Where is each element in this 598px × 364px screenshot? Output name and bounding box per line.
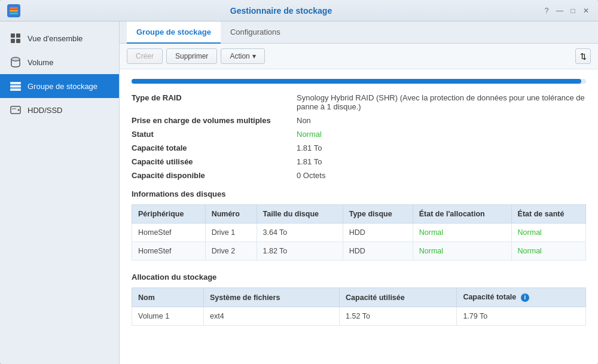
storage-icon <box>10 80 22 92</box>
col-number: Numéro <box>205 205 257 224</box>
sidebar-label-volume: Volume <box>28 58 53 67</box>
svg-rect-4 <box>16 33 20 38</box>
sidebar-item-volume[interactable]: Volume <box>0 50 119 74</box>
cell-health-state: Normal <box>511 224 585 242</box>
raid-type-value: Synology Hybrid RAID (SHR) (Avec la prot… <box>297 93 586 111</box>
col-device: Périphérique <box>132 205 206 224</box>
tab-storage-group[interactable]: Groupe de stockage <box>127 22 221 44</box>
sort-icon: ⇅ <box>580 52 587 61</box>
sidebar: Vue d'ensemble Volume <box>0 22 120 364</box>
minimize-button[interactable]: — <box>555 6 565 16</box>
overview-icon <box>10 32 22 44</box>
progress-bar <box>132 79 581 84</box>
sidebar-item-storage-group[interactable]: Groupe de stockage <box>0 74 119 98</box>
svg-rect-6 <box>16 39 20 43</box>
multi-volume-label: Prise en charge de volumes multiples <box>132 116 287 125</box>
used-capacity-value: 1.81 To <box>297 157 586 166</box>
svg-rect-9 <box>10 82 21 84</box>
col-used-capacity: Capacité utilisée <box>340 288 457 307</box>
content-area: Vue d'ensemble Volume <box>0 22 598 364</box>
sort-button[interactable]: ⇅ <box>575 48 591 64</box>
status-label: Statut <box>132 130 287 139</box>
help-button[interactable]: ? <box>542 6 551 16</box>
tabs-bar: Groupe de stockage Configurations <box>120 22 598 44</box>
table-row: HomeStef Drive 1 3.64 To HDD Normal Norm… <box>132 224 586 242</box>
svg-rect-10 <box>10 85 21 88</box>
cell-allocation-state: Normal <box>413 224 511 242</box>
multi-volume-value: Non <box>297 116 586 125</box>
toolbar: Créer Supprimer Action ▾ ⇅ <box>120 44 598 69</box>
info-icon: i <box>521 293 529 302</box>
cell-allocation-state: Normal <box>413 242 511 261</box>
col-allocation-state: État de l'allocation <box>413 205 511 224</box>
svg-rect-5 <box>11 39 15 43</box>
sidebar-label-storage-group: Groupe de stockage <box>28 82 97 91</box>
delete-button[interactable]: Supprimer <box>166 48 217 64</box>
col-filesystem: Système de fichiers <box>203 288 339 307</box>
panel-content: Type de RAID Synology Hybrid RAID (SHR) … <box>120 69 598 364</box>
cell-health-state: Normal <box>511 242 585 261</box>
create-button[interactable]: Créer <box>127 48 163 64</box>
available-capacity-label: Capacité disponible <box>132 171 287 180</box>
cell-used-capacity: 1.52 To <box>340 307 457 326</box>
window-title: Gestionnaire de stockage <box>20 6 542 16</box>
col-name: Nom <box>132 288 204 307</box>
cell-size: 1.82 To <box>257 242 343 261</box>
available-capacity-value: 0 Octets <box>297 171 586 180</box>
close-button[interactable]: ✕ <box>581 6 591 16</box>
action-button[interactable]: Action ▾ <box>221 48 264 64</box>
col-type: Type disque <box>343 205 413 224</box>
app-icon <box>7 4 20 17</box>
info-grid: Type de RAID Synology Hybrid RAID (SHR) … <box>132 93 586 180</box>
cell-device: HomeStef <box>132 224 206 242</box>
cell-filesystem: ext4 <box>203 307 339 326</box>
main-window: Gestionnaire de stockage ? — □ ✕ Vue d' <box>0 0 598 364</box>
total-capacity-value: 1.81 To <box>297 143 586 152</box>
svg-point-13 <box>18 109 20 111</box>
svg-point-8 <box>11 57 20 61</box>
total-capacity-label: Capacité totale <box>132 143 287 152</box>
cell-type: HDD <box>343 242 413 261</box>
action-arrow: ▾ <box>252 52 256 60</box>
cell-number: Drive 2 <box>205 242 257 261</box>
storage-section-title: Allocation du stockage <box>132 273 586 282</box>
svg-rect-0 <box>10 7 18 9</box>
svg-rect-1 <box>10 10 18 11</box>
sidebar-label-overview: Vue d'ensemble <box>28 34 83 43</box>
raid-type-label: Type de RAID <box>132 93 287 111</box>
cell-total-capacity: 1.79 To <box>457 307 586 326</box>
col-health-state: État de santé <box>511 205 585 224</box>
col-size: Taille du disque <box>257 205 343 224</box>
tab-configurations[interactable]: Configurations <box>221 22 290 44</box>
svg-rect-2 <box>10 13 18 14</box>
cell-device: HomeStef <box>132 242 206 261</box>
cell-number: Drive 1 <box>205 224 257 242</box>
storage-table: Nom Système de fichiers Capacité utilisé… <box>132 287 586 326</box>
table-row: HomeStef Drive 2 1.82 To HDD Normal Norm… <box>132 242 586 261</box>
maximize-button[interactable]: □ <box>568 6 578 16</box>
table-row: Volume 1 ext4 1.52 To 1.79 To <box>132 307 586 326</box>
cell-size: 3.64 To <box>257 224 343 242</box>
col-total-capacity: Capacité totale i <box>457 288 586 307</box>
main-content: Groupe de stockage Configurations Créer … <box>120 22 598 364</box>
svg-rect-11 <box>10 88 21 91</box>
svg-rect-3 <box>11 33 15 38</box>
disks-section-title: Informations des disques <box>132 189 586 198</box>
progress-bar-container <box>132 79 586 84</box>
sidebar-label-hdd-ssd: HDD/SSD <box>28 106 63 115</box>
sidebar-item-overview[interactable]: Vue d'ensemble <box>0 26 119 50</box>
status-value: Normal <box>297 130 586 139</box>
disk-icon <box>10 104 22 116</box>
window-controls: ? — □ ✕ <box>542 6 591 16</box>
sidebar-item-hdd-ssd[interactable]: HDD/SSD <box>0 98 119 122</box>
titlebar: Gestionnaire de stockage ? — □ ✕ <box>0 0 598 22</box>
cell-name: Volume 1 <box>132 307 204 326</box>
cell-type: HDD <box>343 224 413 242</box>
volume-icon <box>10 56 22 68</box>
used-capacity-label: Capacité utilisée <box>132 157 287 166</box>
disks-table: Périphérique Numéro Taille du disque Typ… <box>132 204 586 261</box>
